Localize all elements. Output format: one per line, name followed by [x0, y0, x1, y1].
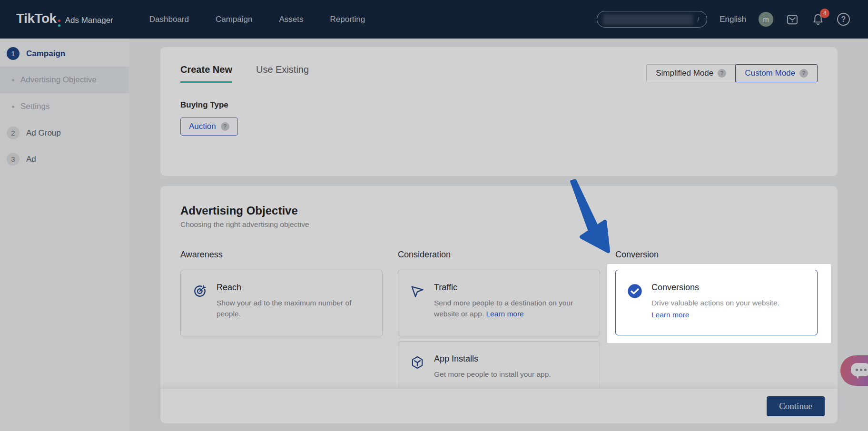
learn-more-link[interactable]: Learn more	[486, 310, 523, 318]
sidebar-step-campaign[interactable]: 1 Campaign	[0, 40, 129, 67]
product-name: Ads Manager	[65, 16, 113, 25]
objective-description: Show your ad to the maximum number of pe…	[217, 297, 370, 320]
traffic-cursor-icon	[410, 283, 425, 325]
objective-description: Get more people to install your app.	[434, 369, 551, 380]
tab-use-existing[interactable]: Use Existing	[256, 64, 309, 83]
question-mark-icon: ?	[841, 15, 846, 24]
bottom-action-bar: Continue	[160, 389, 838, 423]
objective-description: Send more people to a destination on you…	[434, 297, 587, 320]
step-number-badge: 2	[7, 127, 20, 139]
support-chat-widget[interactable]	[840, 355, 868, 386]
sub-item-label: Settings	[20, 102, 49, 111]
mode-label: Simplified Mode	[656, 69, 713, 78]
bullet-dot-icon	[12, 106, 14, 108]
objective-description: Drive valuable actions on your website.	[651, 297, 779, 308]
section-subtitle: Choosing the right advertising objective	[180, 220, 818, 229]
column-awareness: Awareness Reach	[180, 250, 383, 408]
column-header-conversion: Conversion	[615, 250, 818, 260]
column-header-awareness: Awareness	[180, 250, 383, 260]
objective-card-conversions-selected[interactable]: Conversions Drive valuable actions on yo…	[615, 270, 818, 335]
top-navigation-bar: TikTok Ads Manager Dashboard Campaign As…	[0, 0, 868, 39]
nav-campaign[interactable]: Campaign	[216, 15, 253, 24]
tab-create-new[interactable]: Create New	[180, 64, 232, 83]
inbox-icon	[786, 13, 799, 26]
objective-card-body: Traffic Send more people to a destinatio…	[434, 283, 587, 325]
step-number-badge: 1	[7, 47, 20, 60]
objective-title: Reach	[217, 283, 370, 293]
buying-type-label: Buying Type	[180, 100, 818, 110]
sidebar-item-settings[interactable]: Settings	[0, 93, 129, 120]
language-selector[interactable]: English	[720, 15, 746, 24]
objective-columns: Awareness Reach	[180, 250, 818, 408]
column-consideration: Consideration Traffic Send more people	[398, 250, 600, 408]
bullet-dot-icon	[12, 79, 14, 81]
tiktok-colon-mark-icon	[58, 20, 60, 27]
sub-item-label: Advertising Objective	[20, 75, 97, 85]
help-tooltip-icon[interactable]: ?	[221, 122, 229, 131]
sidebar-item-advertising-objective[interactable]: Advertising Objective	[0, 67, 129, 93]
primary-nav: Dashboard Campaign Assets Reporting	[149, 15, 365, 24]
account-search-input[interactable]: /	[597, 11, 707, 28]
step-label: Ad Group	[26, 128, 61, 138]
nav-reporting[interactable]: Reporting	[330, 15, 365, 24]
tiktok-wordmark: TikTok	[16, 11, 57, 26]
avatar[interactable]: m	[759, 12, 773, 27]
tutorial-spotlight: Conversions Drive valuable actions on yo…	[607, 264, 831, 343]
nav-dashboard[interactable]: Dashboard	[149, 15, 189, 24]
redacted-account-name	[603, 14, 692, 25]
help-button[interactable]: ?	[837, 13, 850, 26]
custom-mode-button[interactable]: Custom Mode ?	[735, 64, 818, 82]
objective-card-body: Reach Show your ad to the maximum number…	[217, 283, 370, 325]
message-center-button[interactable]	[786, 13, 799, 26]
nav-assets[interactable]: Assets	[279, 15, 303, 24]
column-conversion: Conversion Conversions	[615, 250, 818, 408]
search-shortcut-hint: /	[698, 16, 700, 23]
objective-title: Conversions	[651, 283, 779, 293]
chat-bubble-icon	[851, 363, 868, 376]
step-label: Campaign	[26, 49, 65, 59]
column-header-consideration: Consideration	[398, 250, 600, 260]
objective-title: App Installs	[434, 354, 551, 364]
campaign-setup-card: Create New Use Existing Simplified Mode …	[160, 47, 838, 176]
section-title: Advertising Objective	[180, 204, 818, 217]
main-content: Create New Use Existing Simplified Mode …	[129, 39, 868, 431]
continue-button[interactable]: Continue	[767, 396, 825, 416]
page-body: 1 Campaign Advertising Objective Setting…	[0, 39, 868, 431]
objective-card-body: Conversions Drive valuable actions on yo…	[651, 283, 779, 324]
reach-target-icon	[192, 283, 207, 325]
objective-card-traffic[interactable]: Traffic Send more people to a destinatio…	[398, 270, 600, 336]
tiktok-ads-manager-app: TikTok Ads Manager Dashboard Campaign As…	[0, 0, 868, 431]
step-label: Ad	[26, 155, 36, 164]
help-tooltip-icon[interactable]: ?	[718, 69, 726, 78]
objective-card-reach[interactable]: Reach Show your ad to the maximum number…	[180, 270, 383, 336]
sidebar-step-ad-group[interactable]: 2 Ad Group	[0, 120, 129, 146]
campaign-steps-sidebar: 1 Campaign Advertising Objective Setting…	[0, 39, 129, 431]
learn-more-link[interactable]: Learn more	[651, 311, 689, 319]
mode-label: Custom Mode	[745, 69, 795, 78]
notifications-button[interactable]: 4	[811, 13, 825, 26]
objective-title: Traffic	[434, 283, 587, 293]
advertising-objective-card: Advertising Objective Choosing the right…	[160, 186, 838, 415]
check-circle-icon	[627, 283, 642, 324]
simplified-mode-button[interactable]: Simplified Mode ?	[646, 64, 736, 82]
tiktok-ads-manager-logo[interactable]: TikTok Ads Manager	[16, 11, 113, 28]
notification-count-badge: 4	[820, 9, 829, 18]
auction-buying-type-button[interactable]: Auction ?	[180, 118, 238, 136]
step-number-badge: 3	[7, 153, 20, 166]
topbar-right-controls: / English m 4 ?	[597, 11, 850, 28]
mode-toggle: Simplified Mode ? Custom Mode ?	[646, 64, 818, 82]
buying-type-value: Auction	[189, 122, 216, 131]
sidebar-step-ad[interactable]: 3 Ad	[0, 146, 129, 172]
help-tooltip-icon[interactable]: ?	[799, 69, 808, 78]
